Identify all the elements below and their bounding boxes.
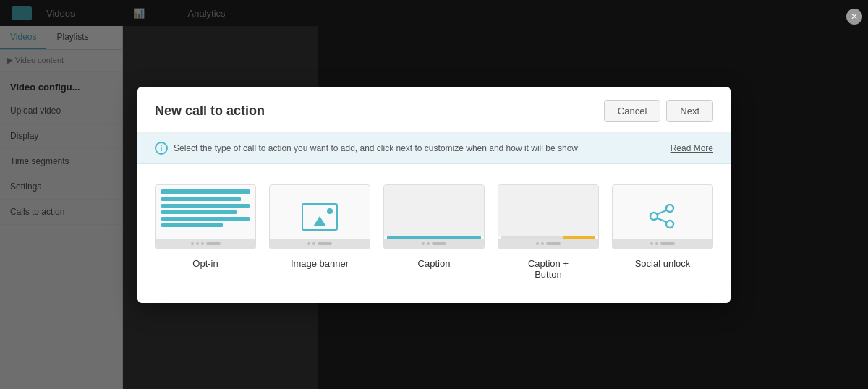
- modal-body: Opt-in: [137, 164, 731, 303]
- svg-point-1: [666, 221, 673, 228]
- cta-caption-button-label: Caption +Button: [528, 258, 569, 280]
- info-text: Select the type of call to action you wa…: [174, 143, 578, 153]
- cancel-button[interactable]: Cancel: [604, 100, 660, 122]
- cta-caption-button-preview: [498, 184, 599, 249]
- cta-opt-in-preview: [155, 184, 256, 249]
- modal-header-buttons: Cancel Next: [604, 100, 713, 122]
- cta-opt-in-label: Opt-in: [192, 258, 218, 269]
- modal-overlay: New call to action Cancel Next i Select …: [0, 0, 868, 389]
- read-more-link[interactable]: Read More: [671, 143, 713, 153]
- share-icon: [648, 204, 677, 230]
- next-button[interactable]: Next: [666, 100, 713, 122]
- cta-social-unlock[interactable]: Social unlock: [612, 184, 713, 280]
- cta-image-banner-label: Image banner: [291, 258, 349, 269]
- cta-caption-button[interactable]: Caption +Button: [498, 184, 599, 280]
- cta-caption[interactable]: Caption: [383, 184, 485, 280]
- cta-opt-in[interactable]: Opt-in: [155, 184, 256, 280]
- modal-header: New call to action Cancel Next: [137, 87, 731, 133]
- modal-title: New call to action: [155, 103, 265, 119]
- cta-image-banner-preview: [269, 184, 370, 249]
- svg-line-3: [658, 210, 666, 214]
- svg-point-2: [650, 213, 658, 220]
- cta-social-unlock-preview: [612, 184, 713, 249]
- info-bar-left: i Select the type of call to action you …: [155, 142, 578, 155]
- info-icon: i: [155, 142, 168, 155]
- cta-caption-label: Caption: [418, 258, 451, 269]
- cta-image-banner[interactable]: Image banner: [269, 184, 370, 280]
- cta-caption-preview: [383, 184, 485, 249]
- modal-dialog: New call to action Cancel Next i Select …: [137, 87, 731, 303]
- svg-point-0: [666, 205, 673, 212]
- cta-social-unlock-label: Social unlock: [635, 258, 691, 269]
- info-bar: i Select the type of call to action you …: [137, 133, 731, 164]
- svg-line-4: [658, 218, 666, 222]
- close-button[interactable]: ✕: [846, 9, 862, 25]
